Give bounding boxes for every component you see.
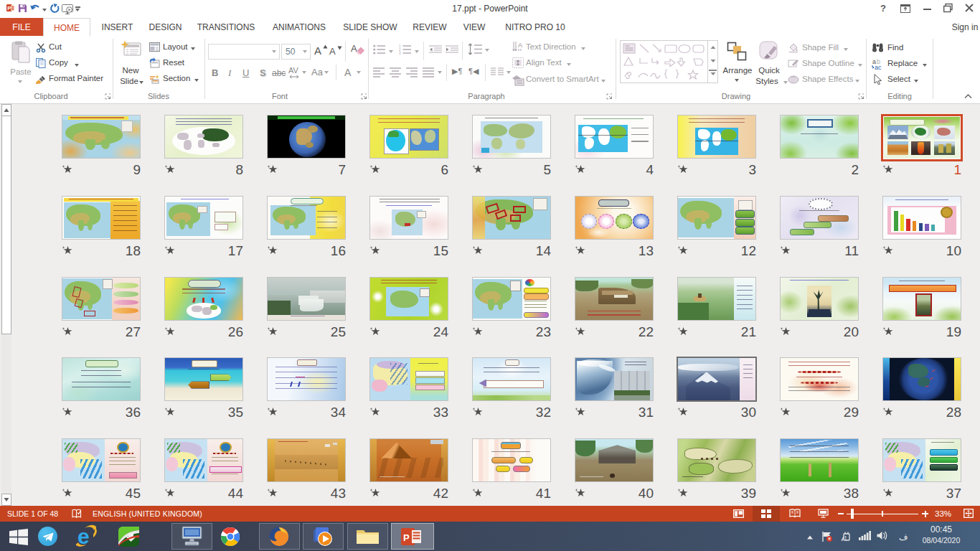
svg-text:P: P <box>403 532 410 543</box>
svg-text:!: ! <box>845 535 847 540</box>
svg-text:ac: ac <box>875 64 882 71</box>
svg-text:A: A <box>518 42 522 49</box>
svg-text:A: A <box>351 43 357 54</box>
